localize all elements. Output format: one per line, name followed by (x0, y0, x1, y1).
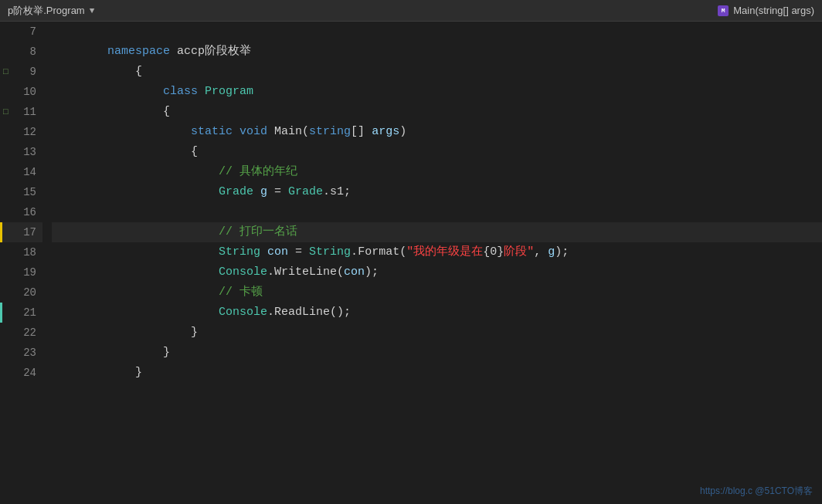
editor-container: p阶枚举.Program ▼ M Main(string[] args) 7 8… (0, 0, 822, 504)
green-indicator (0, 303, 2, 323)
line-number: □ 11 (0, 102, 42, 122)
line-number: 12 (0, 122, 42, 142)
code-line-9: class Program (52, 62, 822, 82)
code-content[interactable]: namespace accp阶段枚举 { class Program { (42, 22, 822, 504)
line-number: □ 9 (0, 62, 42, 82)
yellow-indicator (0, 222, 2, 242)
line-number: 15 (0, 182, 42, 202)
line-number: 22 (0, 323, 42, 343)
line-number: 20 (0, 282, 42, 303)
line-number: 21 (0, 303, 42, 323)
code-line-16: // 打印一名话 (52, 202, 822, 222)
watermark: https://blog.c @51CTO博客 (700, 485, 813, 498)
line-number: 8 (0, 42, 42, 62)
method-icon: M (718, 5, 729, 16)
line-number: 16 (0, 202, 42, 222)
collapse-icon-9[interactable]: □ (3, 62, 8, 82)
line-number: 10 (0, 82, 42, 102)
line-number: 7 (0, 22, 42, 42)
title-bar: p阶枚举.Program ▼ M Main(string[] args) (0, 0, 822, 22)
line-number: 24 (0, 363, 42, 383)
code-area: 7 8 □ 9 10 □ 11 12 (0, 22, 822, 504)
line-number: 18 (0, 242, 42, 262)
code-line-24 (52, 363, 822, 383)
line-numbers-gutter: 7 8 □ 9 10 □ 11 12 (0, 22, 42, 504)
breadcrumb-left: p阶枚举.Program (8, 4, 85, 18)
collapse-icon-11[interactable]: □ (3, 102, 8, 122)
code-line-7: namespace accp阶段枚举 (52, 22, 822, 42)
line-number: 17 (0, 222, 42, 242)
method-name: Main(string[] args) (733, 5, 814, 16)
line-number: 19 (0, 262, 42, 282)
dropdown-arrow-icon[interactable]: ▼ (90, 6, 95, 15)
line-number: 13 (0, 142, 42, 162)
line-number: 14 (0, 162, 42, 182)
line-number: 23 (0, 343, 42, 363)
